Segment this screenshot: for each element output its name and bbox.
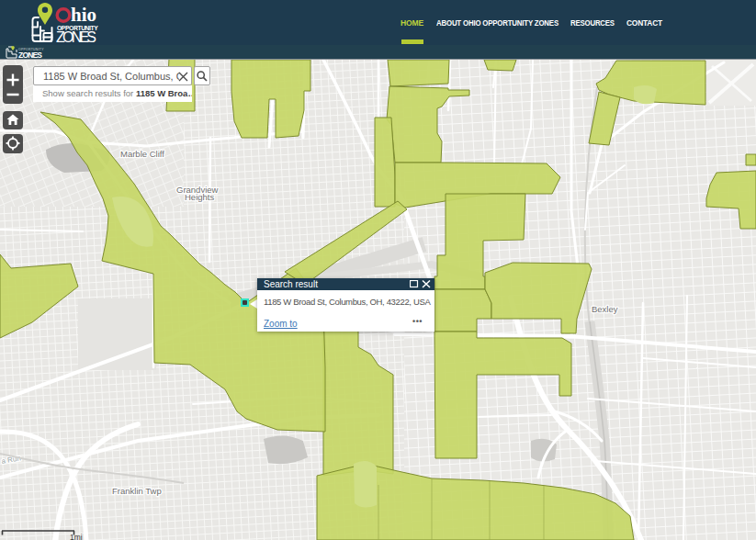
svg-text:ZONES: ZONES <box>56 29 96 45</box>
svg-text:Marble Cliff: Marble Cliff <box>120 149 164 159</box>
svg-text:Franklin Twp: Franklin Twp <box>112 486 162 496</box>
svg-text:Heights: Heights <box>185 192 214 202</box>
svg-text:ZONES: ZONES <box>18 51 42 60</box>
svg-text:hio: hio <box>71 4 96 26</box>
svg-text:Bexley: Bexley <box>592 304 618 314</box>
svg-text:1mi: 1mi <box>70 533 83 540</box>
